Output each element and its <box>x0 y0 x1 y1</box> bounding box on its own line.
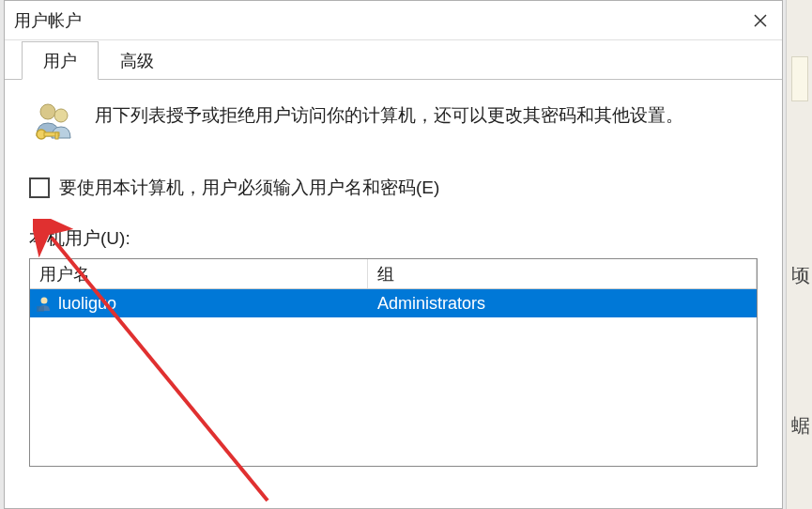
cell-username: luoliguo <box>30 294 368 314</box>
info-row: 用下列表授予或拒绝用户访问你的计算机，还可以更改其密码和其他设置。 <box>29 99 758 147</box>
svg-rect-6 <box>37 306 44 312</box>
tab-user[interactable]: 用户 <box>22 41 99 80</box>
users-list-label: 本机用户(U): <box>29 226 758 251</box>
column-header-username[interactable]: 用户名 <box>30 259 368 288</box>
user-icon <box>36 295 53 312</box>
window-title: 用户帐户 <box>14 9 82 32</box>
titlebar: 用户帐户 <box>5 1 782 40</box>
info-description: 用下列表授予或拒绝用户访问你的计算机，还可以更改其密码和其他设置。 <box>95 99 683 131</box>
tab-content: 用下列表授予或拒绝用户访问你的计算机，还可以更改其密码和其他设置。 要使用本计算… <box>5 80 782 486</box>
cell-group: Administrators <box>368 294 757 314</box>
require-password-label: 要使用本计算机，用户必须输入用户名和密码(E) <box>59 176 439 200</box>
users-key-icon <box>29 99 78 147</box>
column-header-group[interactable]: 组 <box>368 259 757 288</box>
require-password-checkbox[interactable] <box>29 177 50 198</box>
close-button[interactable] <box>748 8 773 33</box>
require-password-row: 要使用本计算机，用户必须输入用户名和密码(E) <box>29 176 758 200</box>
bg-decor <box>791 56 808 101</box>
background-strip: 顷 蜛 <box>786 0 812 509</box>
tab-row: 用户 高级 <box>5 40 782 80</box>
tab-advanced[interactable]: 高级 <box>99 41 176 79</box>
table-header: 用户名 组 <box>30 259 757 289</box>
svg-point-0 <box>40 104 55 119</box>
svg-point-1 <box>54 109 68 122</box>
bg-text-1: 顷 <box>791 263 810 288</box>
bg-text-2: 蜛 <box>791 413 810 439</box>
close-icon <box>753 13 768 28</box>
username-text: luoliguo <box>58 294 116 314</box>
users-table: 用户名 组 luoliguo Administrators <box>29 258 758 467</box>
svg-rect-4 <box>55 132 58 139</box>
table-row[interactable]: luoliguo Administrators <box>30 289 757 317</box>
user-accounts-dialog: 用户帐户 用户 高级 用下列表授予或拒绝用户访问你的计算机，还可以更改其密码和其 <box>4 0 783 509</box>
svg-point-5 <box>41 298 48 304</box>
